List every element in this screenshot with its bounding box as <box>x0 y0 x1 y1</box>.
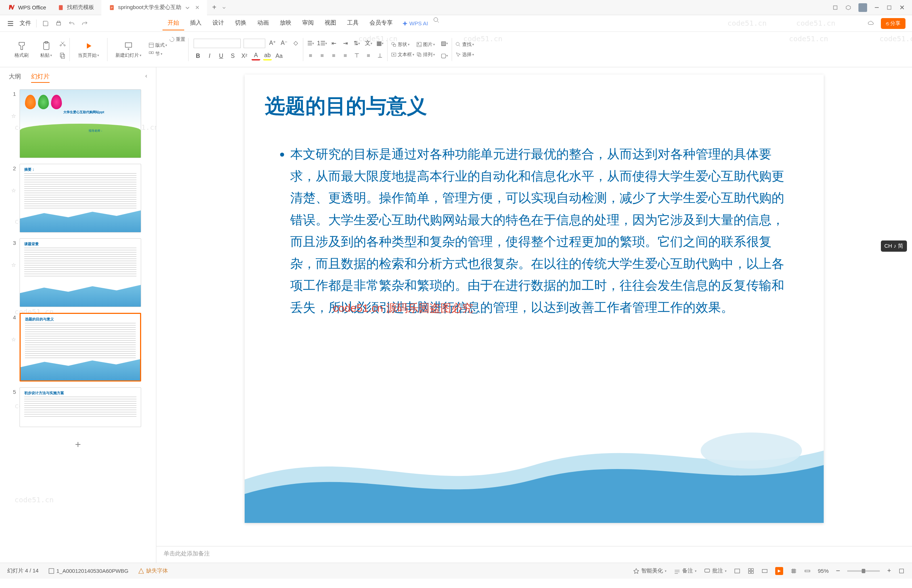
align-middle-icon[interactable]: ≡ <box>364 51 373 60</box>
menu-tab-vip[interactable]: 会员专享 <box>364 16 398 31</box>
decrease-font-icon[interactable]: A⁻ <box>280 39 288 47</box>
save-icon[interactable] <box>42 19 50 27</box>
add-tab-button[interactable]: + <box>207 3 222 11</box>
print-icon[interactable] <box>55 19 63 27</box>
superscript-icon[interactable]: X² <box>240 52 249 60</box>
window-restore-icon[interactable] <box>833 5 838 10</box>
strike-icon[interactable]: S <box>228 52 237 60</box>
menu-tab-animation[interactable]: 动画 <box>252 16 274 31</box>
slide-thumb-4[interactable]: 选题的目的与意义 <box>19 313 141 381</box>
slideshow-button[interactable]: ▶ <box>775 567 783 575</box>
add-slide-button[interactable]: + <box>9 433 147 456</box>
avatar[interactable] <box>859 3 867 12</box>
highlight-icon[interactable]: ab <box>263 52 272 60</box>
slide-thumb-2[interactable]: 摘要： <box>19 164 141 233</box>
zoom-value[interactable]: 95% <box>818 568 829 574</box>
fit-icon[interactable] <box>898 568 905 574</box>
normal-view-icon[interactable] <box>734 568 740 574</box>
zoom-out-button[interactable]: − <box>836 567 840 575</box>
notes-input[interactable]: 单击此处添加备注 <box>156 546 912 563</box>
ruler-icon[interactable] <box>804 568 811 574</box>
menu-tab-review[interactable]: 审阅 <box>297 16 319 31</box>
close-icon[interactable]: ✕ <box>195 4 200 11</box>
zoom-slider[interactable] <box>847 570 880 572</box>
layout-button[interactable]: 版式▾ <box>148 42 167 48</box>
indent-right-icon[interactable]: ⇥ <box>341 39 350 48</box>
comments-button[interactable]: 批注▾ <box>704 567 727 574</box>
select-button[interactable]: 选择▾ <box>455 51 474 58</box>
fill-color-icon[interactable]: ▨▾ <box>440 39 449 48</box>
menu-tab-design[interactable]: 设计 <box>207 16 229 31</box>
tab-menu-icon[interactable] <box>222 5 227 10</box>
find-button[interactable]: 查找▾ <box>455 41 474 48</box>
wps-ai-button[interactable]: WPS AI <box>402 16 428 31</box>
menu-tab-slideshow[interactable]: 放映 <box>275 16 296 31</box>
paste-button[interactable]: 粘贴▾ <box>35 35 57 64</box>
section-button[interactable]: 节▾ <box>148 51 167 57</box>
notes-button[interactable]: 备注▾ <box>674 567 697 574</box>
image-button[interactable]: 图片▾ <box>416 41 435 48</box>
file-id[interactable]: 1_A000120140530A60PWBG <box>48 568 128 574</box>
italic-icon[interactable]: I <box>205 52 214 60</box>
increase-font-icon[interactable]: A⁺ <box>268 39 277 47</box>
font-color-icon[interactable]: A <box>251 52 260 60</box>
cut-icon[interactable] <box>58 39 66 47</box>
line-spacing-icon[interactable]: ⇅▾ <box>353 39 361 48</box>
slides-tab[interactable]: 幻灯片 <box>31 72 50 83</box>
reset-button[interactable]: 重置 <box>168 36 185 43</box>
menu-tab-start[interactable]: 开始 <box>162 16 184 31</box>
menu-icon[interactable] <box>6 19 15 27</box>
dropdown-icon[interactable] <box>184 4 191 11</box>
columns-icon[interactable]: ▦▾ <box>376 39 384 48</box>
font-select[interactable] <box>194 39 241 48</box>
indent-left-icon[interactable]: ⇤ <box>329 39 338 48</box>
bullets-icon[interactable]: ☰▾ <box>306 39 315 48</box>
align-right-icon[interactable]: ≡ <box>329 51 338 60</box>
slide-body[interactable]: 本文研究的目标是通过对各种功能单元进行最优的整合，从而达到对各种管理的具体要求，… <box>281 143 795 318</box>
align-bottom-icon[interactable]: ⊥ <box>376 51 384 60</box>
slide-thumb-1[interactable]: 大学生爱心互助代购网站ppt 指导老师： <box>19 89 141 158</box>
slide-thumb-3[interactable]: 课题背景 <box>19 238 141 307</box>
text-direction-icon[interactable]: 文▾ <box>364 39 373 48</box>
outline-color-icon[interactable]: ▢▾ <box>440 51 449 60</box>
star-icon[interactable]: ☆ <box>9 323 16 343</box>
tab-document[interactable]: P springboot大学生爱心互助 ✕ <box>101 0 207 15</box>
sorter-view-icon[interactable] <box>748 568 754 574</box>
numbering-icon[interactable]: 1☰▾ <box>318 39 326 48</box>
missing-font[interactable]: 缺失字体 <box>138 567 168 574</box>
undo-icon[interactable] <box>68 19 76 27</box>
menu-tab-view[interactable]: 视图 <box>319 16 341 31</box>
collapse-icon[interactable]: ‹ <box>145 72 147 83</box>
maximize-button[interactable] <box>886 5 892 10</box>
star-icon[interactable]: ☆ <box>9 249 16 268</box>
redo-icon[interactable] <box>81 19 89 27</box>
format-brush-button[interactable]: 格式刷 <box>10 35 34 64</box>
case-icon[interactable]: Aa <box>275 52 283 60</box>
slide-canvas[interactable]: 选题的目的与意义 本文研究的目标是通过对各种功能单元进行最优的整合，从而达到对各… <box>245 74 824 523</box>
new-slide-button[interactable]: 新建幻灯片▾ <box>110 35 147 64</box>
cloud-icon[interactable] <box>867 19 875 27</box>
clear-format-icon[interactable]: ◇ <box>292 39 300 47</box>
search-icon[interactable] <box>433 16 441 24</box>
tab-templates[interactable]: 找稻壳模板 <box>50 0 101 15</box>
menu-tab-tools[interactable]: 工具 <box>342 16 364 31</box>
reading-view-icon[interactable] <box>761 568 768 574</box>
align-left-icon[interactable]: ≡ <box>306 51 315 60</box>
file-menu[interactable]: 文件 <box>19 19 31 27</box>
grid-icon[interactable] <box>791 568 797 574</box>
thumbnail-list[interactable]: 1☆ 大学生爱心互助代购网站ppt 指导老师： 2☆ 摘要： <box>0 86 156 563</box>
menu-tab-insert[interactable]: 插入 <box>185 16 207 31</box>
shape-button[interactable]: 形状▾ <box>390 41 415 48</box>
slide-title[interactable]: 选题的目的与意义 <box>265 92 427 120</box>
arrange-button[interactable]: 排列▾ <box>416 51 435 58</box>
star-icon[interactable]: ☆ <box>9 174 16 194</box>
copy-icon[interactable] <box>58 52 66 60</box>
close-button[interactable]: ✕ <box>899 3 905 11</box>
outline-tab[interactable]: 大纲 <box>9 72 21 83</box>
minimize-button[interactable]: − <box>874 3 879 12</box>
star-icon[interactable]: ☆ <box>9 100 16 120</box>
font-size-select[interactable] <box>243 39 265 48</box>
slide-thumb-5[interactable]: 初步设计方法与实施方案 <box>19 387 141 427</box>
smart-beautify-button[interactable]: 智能美化▾ <box>633 567 667 574</box>
underline-icon[interactable]: U <box>217 52 225 60</box>
